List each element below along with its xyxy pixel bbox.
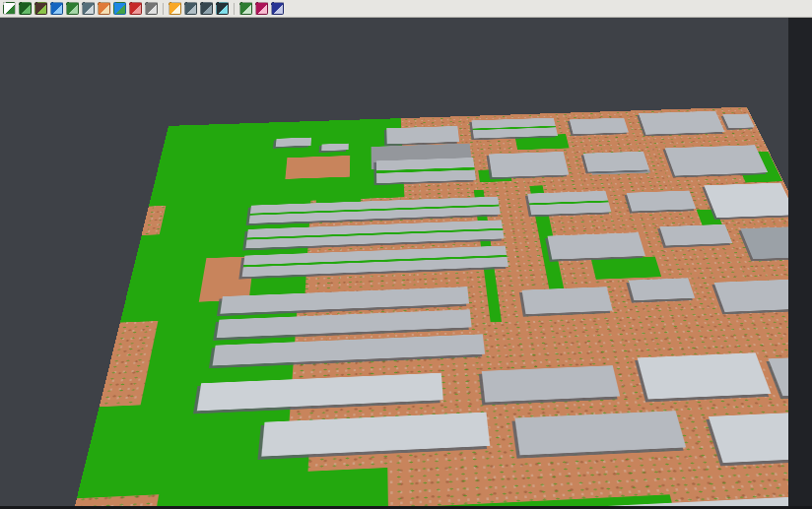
pointcloud-icon[interactable] [82,2,95,15]
crop-icon[interactable] [184,2,197,15]
settings-icon[interactable] [145,2,158,15]
building-footprint [629,278,695,300]
grid-icon[interactable] [239,2,252,15]
vegetation-patch [591,257,661,280]
building-footprint [722,113,754,128]
building-footprint [522,286,613,314]
building-footprint [527,191,611,216]
toolbar-separator [234,3,235,15]
building-footprint [583,152,649,172]
building-footprint [276,138,311,147]
building-footprint [627,191,697,212]
screenshot-icon[interactable] [216,2,229,15]
toolbar [0,0,812,18]
building-footprint [638,352,772,399]
building-footprint [386,126,459,144]
classification-icon[interactable] [129,2,142,15]
export-icon[interactable] [271,2,284,15]
building-footprint [704,183,796,219]
measure-icon[interactable] [169,2,181,15]
add-data-icon[interactable] [3,2,16,15]
building-footprint [639,111,724,135]
building-footprint [547,232,644,259]
viewport-3d[interactable] [0,18,812,509]
vegetation-icon[interactable] [66,2,79,15]
toolbar-separator [163,3,164,15]
report-icon[interactable] [255,2,268,15]
building-footprint [665,145,769,175]
water-icon[interactable] [50,2,63,15]
vegetation-patch [77,403,196,498]
vegetation-patch [149,118,405,206]
building-footprint [489,152,569,177]
building-footprint [570,118,629,135]
vegetation-patch [120,232,211,322]
building-footprint [471,118,558,139]
window-edge-right [788,18,812,509]
camera-icon[interactable] [200,2,213,15]
building-footprint [659,224,732,246]
building-footprint [482,365,620,402]
layers-icon[interactable] [19,2,32,15]
building-footprint [261,413,490,457]
ground-patch [285,156,350,179]
application-window [0,0,812,509]
building-footprint [514,411,686,455]
terrain-scene [52,107,812,509]
globe-icon[interactable] [113,2,126,15]
building-footprint [376,158,476,183]
orthophoto-icon[interactable] [98,2,110,15]
building-footprint [321,144,348,152]
terrain-icon[interactable] [34,2,47,15]
